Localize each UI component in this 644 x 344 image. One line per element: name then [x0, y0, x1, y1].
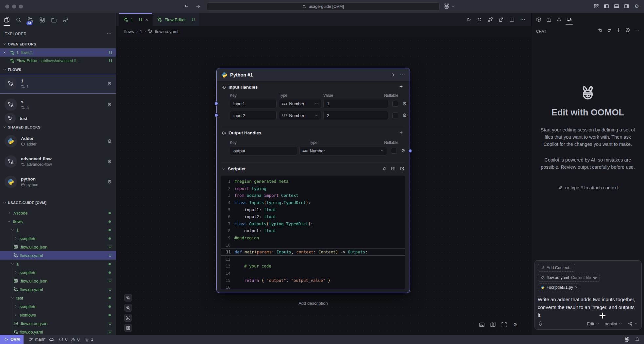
list-item-test[interactable]: test — [0, 113, 116, 124]
package-icon[interactable] — [21, 142, 25, 146]
flow-icon[interactable] — [8, 81, 14, 87]
open-editors-header[interactable]: OPEN EDITORS — [0, 41, 116, 48]
redo-icon[interactable] — [607, 27, 612, 33]
fit-view-button[interactable] — [124, 314, 132, 322]
mic-icon[interactable] — [538, 321, 543, 326]
settings-gear-icon[interactable]: ⚙ — [512, 322, 518, 328]
code-line-3[interactable]: 3from oocana import Context — [221, 192, 405, 199]
frame-button[interactable] — [124, 324, 132, 332]
handle-value-input[interactable]: 1 — [323, 99, 388, 108]
flow-icon[interactable] — [8, 102, 14, 108]
panel-tab-package-icon[interactable] — [534, 13, 543, 26]
breadcrumb-item[interactable]: 1 — [140, 29, 142, 34]
gift-icon[interactable] — [546, 17, 551, 22]
add-description-button[interactable]: Add description — [216, 301, 410, 306]
breadcrumb[interactable]: flows › 1 › flow.oo.yaml — [116, 26, 531, 37]
flow-icon[interactable] — [10, 59, 14, 63]
more-icon[interactable]: ⋯ — [634, 27, 639, 33]
code-line-12[interactable]: 12 — [221, 256, 405, 263]
gear-icon[interactable]: ⚙ — [108, 102, 112, 107]
handle-key-input[interactable]: input2 — [230, 111, 277, 120]
tree-item-flow.oo.yaml[interactable]: flow.oo.yamlU — [0, 285, 116, 294]
git-branch-status[interactable]: main* — [29, 337, 54, 342]
code-line-13[interactable]: 13 # your code — [221, 263, 405, 270]
tree-item-.flow.ui.oo.json[interactable]: .flow.ui.oo.jsonU — [0, 243, 116, 251]
activity-blocks-icon[interactable] — [39, 16, 46, 24]
gear-icon[interactable]: ⚙ — [402, 113, 407, 118]
code-line-8[interactable]: 8 output: float — [221, 227, 405, 234]
paperclip-icon[interactable] — [382, 166, 387, 171]
panel-tab-rocket-icon[interactable] — [554, 13, 564, 26]
convert-flow-icon[interactable] — [488, 17, 493, 22]
bell-icon[interactable] — [635, 337, 639, 342]
play-icon[interactable] — [466, 17, 471, 22]
handle-key-input[interactable]: output — [230, 146, 297, 155]
ports-status[interactable]: 1 — [85, 337, 93, 342]
panel-left-icon[interactable] — [604, 4, 609, 9]
nav-back-icon[interactable] — [184, 4, 189, 9]
search-icon[interactable] — [16, 17, 22, 23]
flow-icon[interactable] — [124, 17, 128, 22]
workspace-section-header[interactable]: USAGE-GUIDE [OVM] — [0, 199, 116, 207]
nav-forward-icon[interactable] — [195, 4, 201, 9]
tree-item-.flow.ui.oo.json[interactable]: .flow.ui.oo.jsonU — [0, 277, 116, 285]
code-line-10[interactable]: 10 — [221, 241, 405, 249]
code-line-9[interactable]: 9#endregion — [221, 234, 405, 242]
node-more-icon[interactable]: ⋯ — [400, 72, 405, 78]
remote-indicator[interactable]: OVM — [0, 335, 24, 344]
list-item-s[interactable]: sa⚙ — [0, 95, 116, 114]
layout-icon[interactable] — [594, 4, 599, 9]
flow-icon[interactable] — [8, 159, 14, 164]
rabbit-icon[interactable] — [624, 336, 630, 342]
current-file-chip[interactable]: flow.oo.yaml Current file — [538, 274, 600, 282]
compare-icon[interactable] — [391, 166, 396, 171]
tree-item-scriptlets[interactable]: scriptlets — [0, 268, 116, 277]
chat-icon[interactable] — [567, 17, 572, 22]
console-icon[interactable] — [479, 322, 485, 328]
scriptlet-chip[interactable]: +scriptlet#1.py × — [538, 284, 580, 291]
handle-key-input[interactable]: input1 — [230, 99, 277, 108]
mode-dropdown[interactable]: Edit — [587, 321, 599, 326]
nullable-checkbox[interactable] — [392, 112, 398, 118]
rerun-icon[interactable] — [477, 17, 482, 22]
tree-item-.vscode[interactable]: .vscode — [0, 209, 116, 217]
flow-icon[interactable] — [10, 50, 14, 55]
list-item-1[interactable]: 11⚙ — [0, 74, 116, 94]
panel-tab-gift-icon[interactable] — [544, 13, 553, 26]
chat-input-box[interactable]: Add Context... flow.oo.yaml Current file… — [534, 260, 642, 330]
list-item-python[interactable]: pythonpython⚙ — [0, 172, 116, 192]
add-output-handle-button[interactable]: + — [398, 129, 404, 136]
assistant-menu[interactable] — [443, 3, 455, 9]
nullable-checkbox[interactable] — [392, 101, 398, 107]
activity-key-icon[interactable] — [62, 16, 69, 24]
more-icon[interactable]: ⋯ — [107, 31, 111, 37]
flow-icon[interactable] — [157, 17, 162, 22]
more-icon[interactable]: ⋯ — [520, 17, 525, 22]
split-editor-icon[interactable] — [509, 17, 515, 22]
tree-item-1[interactable]: 1 — [0, 226, 116, 234]
breadcrumb-item[interactable]: flows — [124, 29, 134, 34]
nullable-checkbox[interactable] — [391, 148, 397, 154]
editor-tab-1[interactable]: 1U× — [119, 13, 153, 26]
package-icon[interactable] — [536, 17, 541, 22]
tree-item-slotflows[interactable]: slotflows — [0, 311, 116, 319]
problems-status[interactable]: 0 0 — [59, 337, 79, 342]
rocket-icon[interactable] — [556, 17, 562, 22]
breadcrumb-item[interactable]: flow.oo.yaml — [155, 29, 178, 34]
window-controls[interactable] — [5, 5, 23, 9]
plus-icon[interactable] — [616, 27, 621, 33]
gear-icon[interactable]: ⚙ — [108, 81, 112, 86]
remove-chip-icon[interactable]: × — [575, 285, 577, 290]
output-port-dot[interactable] — [408, 149, 412, 153]
tree-item-test[interactable]: test — [0, 294, 116, 302]
fullscreen-icon[interactable] — [501, 322, 507, 328]
undo-icon[interactable] — [598, 27, 603, 33]
gear-icon[interactable]: ⚙ — [108, 159, 112, 164]
eye-icon[interactable] — [593, 276, 597, 280]
zoom-in-icon[interactable] — [126, 295, 130, 300]
input-port-dot[interactable] — [214, 101, 218, 106]
tree-item-.flow.ui.oo.json[interactable]: .flow.ui.oo.jsonU — [0, 319, 116, 328]
open-editor-item[interactable]: ×1flows/1U — [0, 48, 116, 57]
cloud-upload-icon[interactable] — [49, 337, 54, 342]
handle-type-select[interactable]: 123Number — [279, 99, 321, 108]
